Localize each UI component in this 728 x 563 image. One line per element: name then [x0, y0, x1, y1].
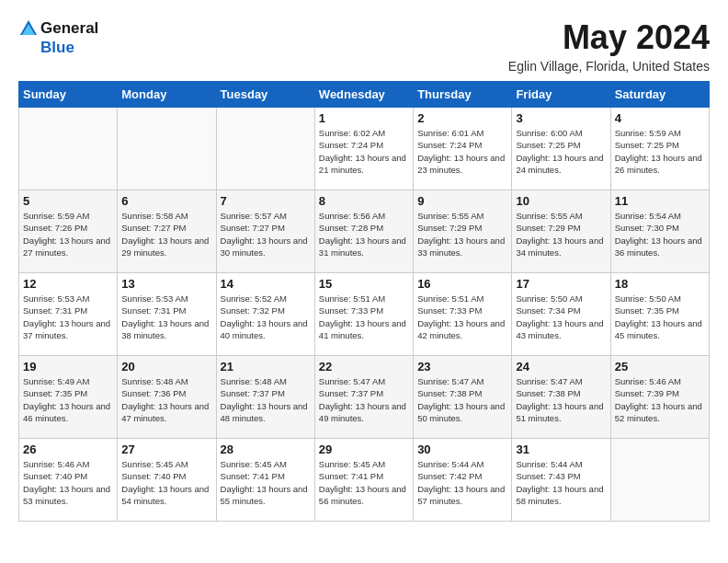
day-info: Sunrise: 5:51 AM Sunset: 7:33 PM Dayligh…: [417, 293, 507, 341]
day-number: 28: [221, 442, 311, 456]
day-info: Sunrise: 5:55 AM Sunset: 7:29 PM Dayligh…: [417, 210, 507, 259]
day-cell: [19, 108, 118, 190]
page-header: General Blue May 2024 Eglin Village, Flo…: [18, 18, 710, 74]
day-number: 24: [516, 360, 606, 373]
day-cell: 22Sunrise: 5:47 AM Sunset: 7:37 PM Dayli…: [314, 356, 413, 439]
day-cell: 23Sunrise: 5:47 AM Sunset: 7:38 PM Dayli…: [414, 356, 512, 439]
header-day: Tuesday: [216, 82, 314, 108]
day-info: Sunrise: 5:58 AM Sunset: 7:27 PM Dayligh…: [121, 210, 211, 259]
day-number: 29: [319, 442, 409, 456]
month-title: May 2024: [508, 18, 710, 57]
day-info: Sunrise: 5:59 AM Sunset: 7:26 PM Dayligh…: [23, 210, 113, 259]
day-cell: 10Sunrise: 5:55 AM Sunset: 7:29 PM Dayli…: [512, 190, 610, 273]
day-info: Sunrise: 5:48 AM Sunset: 7:37 PM Dayligh…: [221, 375, 311, 424]
day-cell: 4Sunrise: 5:59 AM Sunset: 7:25 PM Daylig…: [610, 108, 709, 190]
day-number: 6: [121, 194, 211, 208]
day-cell: 19Sunrise: 5:49 AM Sunset: 7:35 PM Dayli…: [19, 356, 118, 439]
day-number: 1: [319, 111, 409, 125]
logo-general: General: [40, 19, 98, 38]
day-info: Sunrise: 5:45 AM Sunset: 7:41 PM Dayligh…: [319, 458, 409, 507]
day-cell: 12Sunrise: 5:53 AM Sunset: 7:31 PM Dayli…: [19, 273, 118, 356]
day-info: Sunrise: 5:54 AM Sunset: 7:30 PM Dayligh…: [615, 210, 705, 259]
day-cell: 6Sunrise: 5:58 AM Sunset: 7:27 PM Daylig…: [118, 190, 216, 273]
day-info: Sunrise: 5:57 AM Sunset: 7:27 PM Dayligh…: [221, 210, 311, 259]
day-info: Sunrise: 5:55 AM Sunset: 7:29 PM Dayligh…: [516, 210, 606, 259]
header-day: Sunday: [19, 82, 118, 108]
day-info: Sunrise: 5:46 AM Sunset: 7:39 PM Dayligh…: [615, 375, 705, 424]
week-row: 5Sunrise: 5:59 AM Sunset: 7:26 PM Daylig…: [19, 190, 710, 273]
day-number: 14: [221, 277, 311, 291]
day-number: 12: [23, 277, 113, 291]
day-cell: 27Sunrise: 5:45 AM Sunset: 7:40 PM Dayli…: [118, 439, 216, 522]
day-cell: 8Sunrise: 5:56 AM Sunset: 7:28 PM Daylig…: [314, 190, 413, 273]
day-number: 27: [121, 442, 211, 456]
day-cell: 31Sunrise: 5:44 AM Sunset: 7:43 PM Dayli…: [512, 439, 610, 522]
day-cell: 20Sunrise: 5:48 AM Sunset: 7:36 PM Dayli…: [118, 356, 216, 439]
day-cell: 17Sunrise: 5:50 AM Sunset: 7:34 PM Dayli…: [512, 273, 610, 356]
day-number: 21: [221, 360, 311, 373]
day-info: Sunrise: 5:47 AM Sunset: 7:37 PM Dayligh…: [319, 375, 409, 424]
day-number: 20: [121, 360, 211, 373]
day-cell: 5Sunrise: 5:59 AM Sunset: 7:26 PM Daylig…: [19, 190, 118, 273]
day-info: Sunrise: 5:46 AM Sunset: 7:40 PM Dayligh…: [23, 458, 113, 507]
day-number: 4: [615, 111, 705, 125]
header-day: Monday: [118, 82, 216, 108]
day-cell: 28Sunrise: 5:45 AM Sunset: 7:41 PM Dayli…: [216, 439, 314, 522]
day-cell: 26Sunrise: 5:46 AM Sunset: 7:40 PM Dayli…: [19, 439, 118, 522]
day-info: Sunrise: 5:45 AM Sunset: 7:41 PM Dayligh…: [221, 458, 311, 507]
day-info: Sunrise: 5:45 AM Sunset: 7:40 PM Dayligh…: [121, 458, 211, 507]
day-number: 2: [417, 111, 507, 125]
day-info: Sunrise: 5:50 AM Sunset: 7:35 PM Dayligh…: [615, 293, 705, 341]
day-cell: 7Sunrise: 5:57 AM Sunset: 7:27 PM Daylig…: [216, 190, 314, 273]
day-number: 3: [516, 111, 606, 125]
day-cell: 14Sunrise: 5:52 AM Sunset: 7:32 PM Dayli…: [216, 273, 314, 356]
location: Eglin Village, Florida, United States: [508, 59, 710, 74]
week-row: 19Sunrise: 5:49 AM Sunset: 7:35 PM Dayli…: [19, 356, 710, 439]
day-info: Sunrise: 5:52 AM Sunset: 7:32 PM Dayligh…: [221, 293, 311, 341]
day-cell: 9Sunrise: 5:55 AM Sunset: 7:29 PM Daylig…: [414, 190, 512, 273]
day-info: Sunrise: 5:47 AM Sunset: 7:38 PM Dayligh…: [516, 375, 606, 424]
day-cell: 13Sunrise: 5:53 AM Sunset: 7:31 PM Dayli…: [118, 273, 216, 356]
day-cell: [610, 439, 709, 522]
header-day: Saturday: [610, 82, 709, 108]
day-cell: 30Sunrise: 5:44 AM Sunset: 7:42 PM Dayli…: [414, 439, 512, 522]
week-row: 12Sunrise: 5:53 AM Sunset: 7:31 PM Dayli…: [19, 273, 710, 356]
header-day: Thursday: [414, 82, 512, 108]
day-cell: 21Sunrise: 5:48 AM Sunset: 7:37 PM Dayli…: [216, 356, 314, 439]
day-number: 25: [615, 360, 705, 373]
week-row: 1Sunrise: 6:02 AM Sunset: 7:24 PM Daylig…: [19, 108, 710, 190]
day-cell: 29Sunrise: 5:45 AM Sunset: 7:41 PM Dayli…: [314, 439, 413, 522]
logo: General Blue: [18, 18, 98, 57]
day-info: Sunrise: 6:01 AM Sunset: 7:24 PM Dayligh…: [417, 127, 507, 176]
day-cell: 1Sunrise: 6:02 AM Sunset: 7:24 PM Daylig…: [314, 108, 413, 190]
day-info: Sunrise: 5:49 AM Sunset: 7:35 PM Dayligh…: [23, 375, 113, 424]
day-info: Sunrise: 5:53 AM Sunset: 7:31 PM Dayligh…: [23, 293, 113, 341]
day-number: 19: [23, 360, 113, 373]
day-number: 13: [121, 277, 211, 291]
day-number: 9: [417, 194, 507, 208]
logo-blue: Blue: [40, 39, 74, 57]
day-cell: 2Sunrise: 6:01 AM Sunset: 7:24 PM Daylig…: [414, 108, 512, 190]
day-number: 8: [319, 194, 409, 208]
day-info: Sunrise: 6:00 AM Sunset: 7:25 PM Dayligh…: [516, 127, 606, 176]
day-info: Sunrise: 5:44 AM Sunset: 7:43 PM Dayligh…: [516, 458, 606, 507]
day-info: Sunrise: 5:44 AM Sunset: 7:42 PM Dayligh…: [417, 458, 507, 507]
day-cell: 24Sunrise: 5:47 AM Sunset: 7:38 PM Dayli…: [512, 356, 610, 439]
day-info: Sunrise: 5:51 AM Sunset: 7:33 PM Dayligh…: [319, 293, 409, 341]
day-info: Sunrise: 5:47 AM Sunset: 7:38 PM Dayligh…: [417, 375, 507, 424]
header-day: Friday: [512, 82, 610, 108]
day-number: 26: [23, 442, 113, 456]
day-number: 10: [516, 194, 606, 208]
day-number: 31: [516, 442, 606, 456]
day-number: 11: [615, 194, 705, 208]
day-number: 18: [615, 277, 705, 291]
day-info: Sunrise: 5:48 AM Sunset: 7:36 PM Dayligh…: [121, 375, 211, 424]
day-info: Sunrise: 5:59 AM Sunset: 7:25 PM Dayligh…: [615, 127, 705, 176]
day-number: 30: [417, 442, 507, 456]
day-number: 16: [417, 277, 507, 291]
calendar-table: SundayMondayTuesdayWednesdayThursdayFrid…: [18, 81, 710, 522]
day-info: Sunrise: 5:56 AM Sunset: 7:28 PM Dayligh…: [319, 210, 409, 259]
day-number: 23: [417, 360, 507, 373]
week-row: 26Sunrise: 5:46 AM Sunset: 7:40 PM Dayli…: [19, 439, 710, 522]
day-cell: [216, 108, 314, 190]
